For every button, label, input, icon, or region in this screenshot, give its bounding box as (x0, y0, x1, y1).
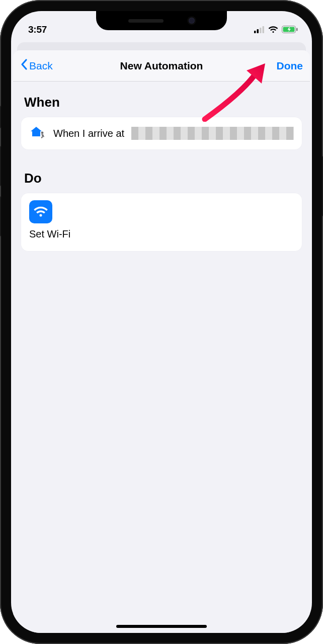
back-button[interactable]: Back (20, 58, 53, 73)
back-label: Back (29, 60, 53, 72)
when-trigger-text: When I arrive at (53, 128, 124, 139)
status-time: 3:57 (28, 24, 47, 35)
do-card[interactable]: Set Wi-Fi (21, 193, 302, 251)
wifi-icon (268, 26, 278, 35)
nav-bar: Back New Automation Done (13, 50, 310, 82)
battery-icon (282, 26, 298, 35)
cellular-icon (254, 26, 265, 35)
svg-point-7 (41, 132, 44, 134)
sheet: Back New Automation Done When (13, 50, 310, 633)
when-card[interactable]: When I arrive at (21, 117, 302, 149)
home-indicator[interactable] (116, 625, 207, 628)
do-action-label: Set Wi-Fi (29, 228, 294, 240)
svg-rect-6 (296, 28, 298, 31)
svg-rect-0 (254, 31, 256, 33)
wifi-action-icon (29, 200, 52, 223)
svg-rect-2 (260, 28, 262, 33)
svg-rect-3 (263, 26, 265, 33)
home-arrive-icon (29, 125, 46, 141)
chevron-left-icon (20, 58, 28, 73)
do-header: Do (24, 171, 299, 186)
when-header: When (24, 95, 299, 110)
done-button[interactable]: Done (277, 60, 303, 72)
redacted-location (131, 127, 294, 140)
svg-rect-1 (257, 29, 259, 33)
page-title: New Automation (13, 60, 310, 72)
